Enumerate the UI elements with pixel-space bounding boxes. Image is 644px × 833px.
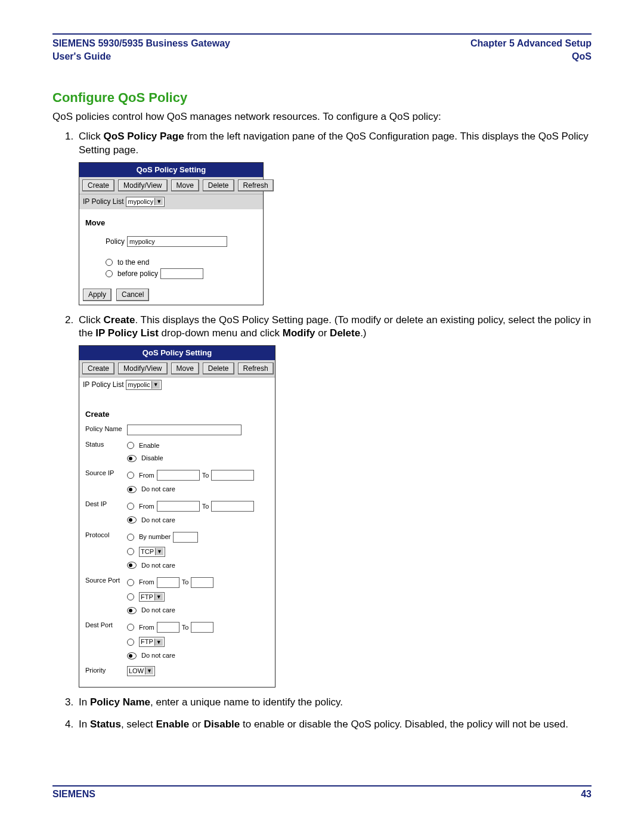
panel-title: QoS Policy Setting (79, 346, 275, 360)
dport-select[interactable]: FTP▼ (139, 637, 165, 647)
screenshot-qos-move: QoS Policy Setting Create Modify/View Mo… (79, 162, 264, 305)
delete-button[interactable]: Delete (203, 179, 234, 191)
dport-from-input[interactable] (157, 622, 179, 633)
priority-select[interactable]: LOW▼ (127, 666, 155, 676)
chevron-down-icon: ▼ (155, 548, 163, 555)
dstip-to-input[interactable] (211, 501, 254, 512)
refresh-button[interactable]: Refresh (238, 179, 274, 191)
policy-label: Policy (106, 237, 125, 246)
page-header: SIEMENS 5930/5935 Business Gateway User'… (52, 37, 592, 63)
ip-policy-list-row: IP Policy List mypolic▼ (79, 377, 275, 392)
intro-text: QoS policies control how QoS manages net… (52, 110, 592, 124)
create-heading: Create (85, 409, 269, 420)
dstip-from-input[interactable] (157, 501, 200, 512)
radio-srcip-dnc[interactable] (127, 486, 137, 493)
proto-select[interactable]: TCP▼ (139, 547, 165, 557)
radio-proto-bynum[interactable] (127, 534, 134, 541)
radio-disable[interactable] (127, 455, 137, 462)
srcip-from-input[interactable] (157, 470, 200, 481)
radio-dstip-from[interactable] (127, 503, 134, 510)
modify-view-button[interactable]: Modify/View (118, 179, 167, 191)
panel-title: QoS Policy Setting (79, 163, 263, 177)
ip-policy-list-select[interactable]: mypolic▼ (126, 380, 161, 390)
radio-sport-from[interactable] (127, 579, 134, 586)
modify-view-button[interactable]: Modify/View (118, 363, 167, 374)
refresh-button[interactable]: Refresh (238, 363, 274, 374)
move-heading: Move (85, 218, 257, 228)
header-rule (52, 33, 592, 35)
sport-from-input[interactable] (157, 577, 179, 588)
chevron-down-icon: ▼ (151, 381, 160, 388)
sport-to-input[interactable] (191, 577, 213, 588)
label-priority: Priority (85, 666, 127, 675)
srcip-to-input[interactable] (211, 470, 254, 481)
ip-policy-list-select[interactable]: mypolicy▼ (126, 197, 165, 207)
footer-brand: SIEMENS (52, 789, 95, 800)
policy-input[interactable]: mypolicy (127, 236, 227, 247)
cancel-button[interactable]: Cancel (116, 289, 149, 301)
ip-policy-list-label: IP Policy List (83, 380, 123, 389)
step-1: Click QoS Policy Page from the left navi… (76, 130, 592, 305)
radio-dport-select[interactable] (127, 639, 134, 646)
ip-policy-list-row: IP Policy List mypolicy▼ (79, 194, 263, 209)
panel-toolbar: Create Modify/View Move Delete Refresh (79, 360, 275, 377)
radio-sport-select[interactable] (127, 593, 134, 600)
radio-before-policy[interactable] (106, 270, 113, 277)
header-guide: User's Guide (52, 50, 230, 63)
radio-dport-dnc[interactable] (127, 652, 137, 659)
move-button[interactable]: Move (171, 363, 199, 374)
radio-dport-from[interactable] (127, 624, 134, 631)
label-dest-port: Dest Port (85, 621, 127, 630)
section-title: Configure QoS Policy (52, 90, 592, 106)
radio-proto-dnc[interactable] (127, 562, 137, 569)
create-button[interactable]: Create (82, 179, 114, 191)
footer-page-number: 43 (581, 789, 592, 800)
chevron-down-icon: ▼ (145, 667, 153, 674)
label-policy-name: Policy Name (85, 425, 127, 433)
radio-enable[interactable] (127, 442, 134, 449)
steps-list: Click QoS Policy Page from the left navi… (52, 130, 592, 732)
step-4: In Status, select Enable or Disable to e… (76, 718, 592, 732)
chevron-down-icon: ▼ (154, 198, 163, 205)
ip-policy-list-label: IP Policy List (83, 197, 123, 206)
radio-proto-select[interactable] (127, 548, 134, 555)
header-product: SIEMENS 5930/5935 Business Gateway (52, 37, 230, 50)
screenshot-qos-create: QoS Policy Setting Create Modify/View Mo… (79, 345, 275, 687)
label-source-port: Source Port (85, 576, 127, 585)
panel-toolbar: Create Modify/View Move Delete Refresh (79, 177, 263, 194)
proto-number-input[interactable] (173, 532, 198, 543)
label-source-ip: Source IP (85, 469, 127, 478)
dport-to-input[interactable] (191, 622, 213, 633)
bold: QoS Policy Page (104, 131, 184, 142)
header-chapter: Chapter 5 Advanced Setup (470, 37, 592, 50)
page-footer: SIEMENS 43 (52, 785, 592, 800)
label-status: Status (85, 440, 127, 449)
chevron-down-icon: ▼ (154, 593, 163, 600)
move-button[interactable]: Move (171, 179, 199, 191)
label-protocol: Protocol (85, 531, 127, 540)
create-button[interactable]: Create (82, 363, 114, 374)
policy-name-input[interactable] (127, 425, 242, 435)
apply-button[interactable]: Apply (83, 289, 112, 301)
delete-button[interactable]: Delete (203, 363, 234, 374)
sport-select[interactable]: FTP▼ (139, 592, 165, 602)
radio-dstip-dnc[interactable] (127, 516, 137, 524)
radio-sport-dnc[interactable] (127, 607, 137, 614)
header-topic: QoS (470, 50, 592, 63)
chevron-down-icon: ▼ (154, 639, 163, 646)
radio-srcip-from[interactable] (127, 472, 134, 479)
before-policy-input[interactable] (160, 268, 203, 279)
radio-to-end[interactable] (106, 259, 113, 266)
label-dest-ip: Dest IP (85, 500, 127, 509)
step-3: In Policy Name, enter a unique name to i… (76, 696, 592, 710)
step-2: Click Create. This displays the QoS Poli… (76, 314, 592, 688)
